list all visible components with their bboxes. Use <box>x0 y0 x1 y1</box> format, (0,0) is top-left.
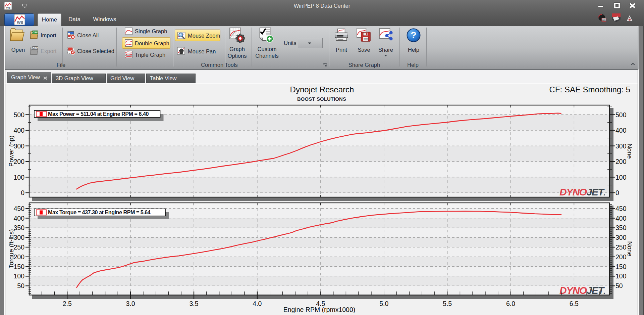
svg-text:450: 450 <box>615 205 627 212</box>
svg-text:400: 400 <box>615 215 627 222</box>
svg-text:150: 150 <box>13 263 24 270</box>
svg-text:250: 250 <box>615 243 627 251</box>
svg-text:Torque (ft-lbs): Torque (ft-lbs) <box>8 229 15 268</box>
svg-text:350: 350 <box>13 224 24 231</box>
svg-text:50: 50 <box>615 282 623 289</box>
svg-text:Engine RPM (rpmx1000): Engine RPM (rpmx1000) <box>283 306 356 313</box>
svg-text:0: 0 <box>21 189 24 196</box>
svg-text:2.5: 2.5 <box>63 300 72 307</box>
svg-text:200: 200 <box>615 158 627 165</box>
svg-text:200: 200 <box>13 253 24 261</box>
svg-text:BOOST SOLUTIONS: BOOST SOLUTIONS <box>297 96 346 102</box>
svg-text:50: 50 <box>17 282 24 289</box>
svg-text:200: 200 <box>13 158 24 165</box>
svg-text:Max Torque = 437.30 at Engine: Max Torque = 437.30 at Engine RPM = 5.64 <box>48 209 151 215</box>
svg-text:300: 300 <box>13 142 24 150</box>
svg-text:None: None <box>626 241 633 256</box>
svg-text:100: 100 <box>13 174 24 181</box>
svg-text:DYNOJET.: DYNOJET. <box>559 285 605 296</box>
svg-text:Dynojet Research: Dynojet Research <box>290 85 354 94</box>
svg-text:200: 200 <box>615 253 627 261</box>
svg-text:100: 100 <box>615 174 627 181</box>
svg-text:3.5: 3.5 <box>189 300 198 307</box>
svg-text:150: 150 <box>615 263 627 270</box>
svg-text:Power (hp): Power (hp) <box>8 136 15 167</box>
svg-text:4.0: 4.0 <box>253 300 262 307</box>
svg-text:350: 350 <box>615 224 627 231</box>
svg-text:450: 450 <box>13 205 24 212</box>
svg-text:300: 300 <box>615 234 627 241</box>
svg-text:250: 250 <box>13 243 24 251</box>
svg-text:100: 100 <box>615 272 627 280</box>
svg-text:None: None <box>626 143 633 159</box>
svg-text:CF: SAE Smoothing: 5: CF: SAE Smoothing: 5 <box>549 85 630 94</box>
svg-text:3.0: 3.0 <box>126 300 135 307</box>
svg-text:400: 400 <box>13 215 24 222</box>
svg-text:500: 500 <box>13 111 24 119</box>
svg-text:500: 500 <box>615 111 627 119</box>
svg-text:6.0: 6.0 <box>506 300 515 307</box>
svg-text:DYNOJET.: DYNOJET. <box>559 186 605 197</box>
svg-text:0: 0 <box>615 189 619 196</box>
svg-text:5.5: 5.5 <box>443 300 452 307</box>
svg-text:400: 400 <box>615 127 627 134</box>
svg-text:300: 300 <box>615 142 627 150</box>
svg-text:300: 300 <box>13 234 24 241</box>
svg-text:6.5: 6.5 <box>570 300 579 307</box>
svg-text:400: 400 <box>13 127 24 134</box>
svg-text:5.0: 5.0 <box>379 300 388 307</box>
svg-text:Max Power = 511.04 at Engine R: Max Power = 511.04 at Engine RPM = 6.40 <box>48 111 149 117</box>
svg-text:100: 100 <box>13 272 24 280</box>
